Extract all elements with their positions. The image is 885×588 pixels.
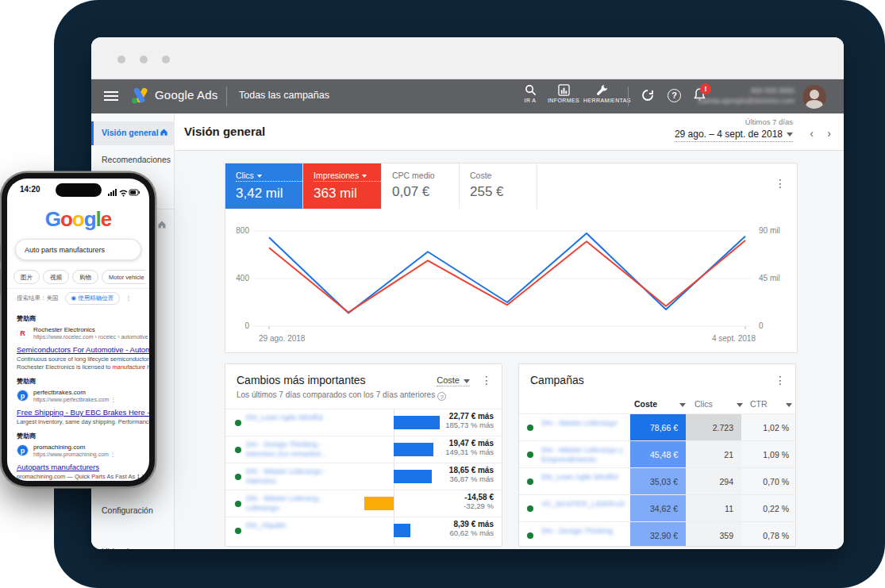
phone-volume-button — [0, 268, 1, 295]
campaign-row[interactable]: DN - Master Liderazgo78,66 €2.7231,02 % — [519, 413, 795, 440]
goto-button[interactable]: IR A — [512, 84, 548, 103]
column-header-clics[interactable]: Clics — [695, 399, 743, 409]
result-title-link[interactable]: Semiconductors For Automotive - Automoti… — [17, 345, 149, 354]
cell-clics: 359 — [686, 522, 741, 547]
result-description: Continuous source of long lifecycle semi… — [17, 355, 149, 363]
column-header-ctr[interactable]: CTR — [750, 399, 792, 409]
performance-chart-card: Clics 3,42 mil Impresiones 363 mil CPC m… — [225, 163, 798, 353]
metric-card-coste[interactable]: Coste 255 € — [460, 163, 537, 209]
cell-clics: 2.723 — [686, 414, 741, 441]
sidebar-item-configuracion[interactable]: Configuración — [91, 499, 175, 522]
campaign-row[interactable]: VC_MASTER_LIDERAZGO34,62 €110,22 % — [519, 494, 795, 521]
help-icon[interactable]: ? — [668, 89, 681, 102]
campaign-name[interactable]: DN - Design Thinking — [541, 526, 625, 536]
status-time: 14:20 — [20, 185, 40, 194]
campaign-row[interactable]: DN - Máster Liderazgo y Emprendimiento45… — [519, 440, 795, 467]
google-ads-logo-icon — [131, 87, 150, 105]
result-title-link[interactable]: Autoparts manufacturers — [17, 463, 149, 471]
reports-button[interactable]: INFORMES — [545, 84, 582, 103]
change-values: -14,58 €-32,29 % — [464, 493, 494, 511]
column-header-coste[interactable]: Coste — [634, 399, 686, 409]
sponsored-label: 赞助商 — [17, 377, 149, 386]
refresh-icon[interactable] — [641, 88, 655, 106]
change-bar — [394, 443, 433, 456]
cell-coste: 35,03 € — [630, 468, 686, 495]
search-chip[interactable]: 图片 — [13, 270, 40, 284]
change-row[interactable]: DN - Design Thinking - intensivo (no rem… — [225, 436, 502, 463]
result-title-link[interactable]: Free Shipping - Buy EBC Brakes Here - Ye… — [17, 408, 149, 417]
cell-clics: 11 — [686, 495, 741, 522]
favicon: p — [17, 390, 29, 402]
search-chip[interactable]: Motor vehicle — [102, 270, 145, 284]
kebab-menu-icon[interactable]: ⋮ — [481, 375, 492, 386]
date-next-icon[interactable]: › — [827, 127, 831, 140]
sidebar-item-vision-general[interactable]: Visión general — [91, 121, 175, 145]
date-range-picker[interactable]: Últimos 7 días 29 ago. – 4 sept. de 2018 — [675, 117, 793, 140]
campaign-name[interactable]: DN - Máster Liderazgo - Intensivo — [246, 467, 343, 486]
sidebar-item-ubicaciones[interactable]: Ubicaciones — [91, 540, 175, 549]
change-row[interactable]: DN - Máster Liderazgo - Intensivo18,65 €… — [225, 463, 502, 490]
account-info[interactable]: 555 555 5555 cuenta-ejemplo@dominio.com — [698, 86, 795, 106]
kebab-menu-icon[interactable]: ⋮ — [125, 294, 132, 302]
window-control-dot[interactable] — [117, 56, 125, 63]
metric-selector[interactable]: Coste — [437, 375, 470, 386]
change-bar-zone — [343, 436, 444, 463]
home-icon[interactable] — [157, 218, 167, 233]
panel-subtitle: Los últimos 7 días comparados con los 7 … — [237, 390, 446, 401]
menu-icon[interactable] — [104, 91, 118, 102]
campaign-scope-label[interactable]: Todas las campañas — [239, 90, 329, 101]
status-dot — [527, 452, 533, 458]
y-axis-right-tick: 90 mil — [759, 226, 780, 235]
campaign-name[interactable]: DN_Lean Agile Mindful — [541, 472, 625, 482]
cell-ctr: 0,70 % — [741, 468, 796, 495]
help-icon[interactable]: ? — [437, 392, 446, 401]
sponsored-label: 赞助商 — [17, 314, 149, 323]
chevron-down-icon — [737, 403, 743, 407]
page-title: Visión general — [184, 125, 265, 138]
cell-ctr: 0,78 % — [741, 522, 796, 547]
change-row[interactable]: DN_Lean Agile Mindful22,77 € más185,73 %… — [225, 409, 502, 436]
avatar[interactable] — [802, 85, 826, 109]
cell-clics: 21 — [686, 441, 741, 468]
change-row[interactable]: DN_Alquiler8,39 € más60,62 % más — [225, 517, 502, 544]
cell-coste: 45,48 € — [630, 441, 686, 468]
search-chip[interactable]: 购物 — [72, 270, 98, 284]
change-values: 8,39 € más60,62 % más — [450, 520, 494, 538]
campaign-row[interactable]: DN - Design Thinking32,90 €3590,78 % — [519, 521, 795, 547]
sidebar-item-recomendaciones[interactable]: Recomendaciones — [91, 148, 175, 171]
campaign-row[interactable]: DN_Lean Agile Mindful35,03 €2940,70 % — [519, 467, 795, 494]
tools-button[interactable]: HERRAMIENTAS — [583, 84, 620, 103]
campaign-name[interactable]: DN - Máster Liderazg... Liderazgo — [246, 494, 343, 513]
metric-card-cpc[interactable]: CPC medio 0,07 € — [382, 163, 460, 209]
campaign-name[interactable]: DN_Alquiler — [246, 521, 343, 530]
campaign-name[interactable]: VC_MASTER_LIDERAZGO — [541, 499, 625, 509]
panel-title: Campañas — [530, 374, 584, 386]
date-prev-icon[interactable]: ‹ — [810, 127, 814, 140]
product-name: Google Ads — [155, 88, 218, 102]
change-row[interactable]: DN - Máster Liderazg... Liderazgo-14,58 … — [225, 490, 502, 517]
result-url: https://www.perfectbrakes.com ⋮ — [33, 397, 116, 403]
result-url: https://www.rocelec.com › rocelec › auto… — [33, 334, 149, 340]
use-precise-location-button[interactable]: ◉ 使用精确位置 — [65, 292, 121, 305]
window-control-dot[interactable] — [162, 56, 170, 63]
campaign-name[interactable]: DN_Lean Agile Mindful — [246, 413, 343, 422]
campaign-name[interactable]: DN - Master Liderazgo — [541, 418, 625, 428]
metric-card-clics[interactable]: Clics 3,42 mil — [225, 163, 303, 209]
kebab-menu-icon[interactable]: ⋮ — [775, 375, 786, 386]
search-result: 赞助商ppromachining.comhttps://www.promachi… — [17, 432, 149, 481]
chevron-down-icon — [362, 175, 367, 178]
x-axis-label-start: 29 ago. 2018 — [259, 334, 306, 343]
topbar: Google Ads Todas las campañas IR A INFOR… — [91, 79, 844, 113]
panel-title: Cambios más importantes — [237, 374, 366, 386]
campaign-name[interactable]: DN - Máster Liderazgo y Emprendimiento — [541, 445, 625, 464]
campaign-name[interactable]: DN - Design Thinking - intensivo (no rem… — [246, 440, 343, 459]
search-chip[interactable]: 视频 — [43, 270, 69, 284]
search-input[interactable]: Auto parts manufacturers — [15, 239, 141, 260]
y-axis-left-tick: 400 — [236, 274, 249, 282]
battery-icon — [129, 190, 140, 195]
topbar-divider — [628, 86, 629, 106]
search-result: 赞助商pperfectbrakes.comhttps://www.perfect… — [17, 377, 149, 426]
metric-card-impresiones[interactable]: Impresiones 363 mil — [303, 163, 382, 209]
window-control-dot[interactable] — [140, 56, 148, 63]
kebab-menu-icon[interactable]: ⋮ — [775, 178, 786, 189]
